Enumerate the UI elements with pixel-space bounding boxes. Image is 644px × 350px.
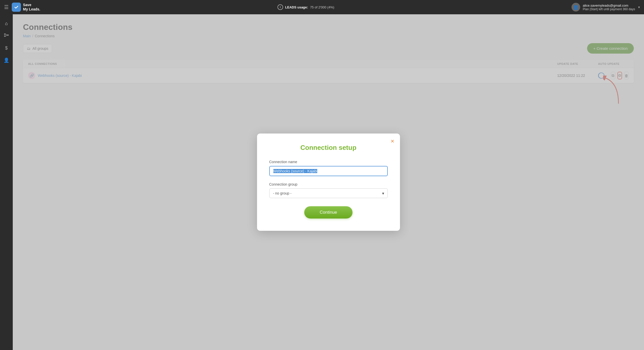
user-info[interactable]: 👤 alice.savemyleads@gmail.com Plan |Star… bbox=[572, 3, 635, 11]
navbar-right: 👤 alice.savemyleads@gmail.com Plan |Star… bbox=[572, 3, 640, 11]
svg-rect-3 bbox=[7, 34, 9, 36]
navbar-center: i LEADS usage: 75 of 2'000 (4%) bbox=[43, 4, 568, 10]
modal-title: Connection setup bbox=[269, 144, 388, 152]
svg-line-5 bbox=[6, 35, 7, 36]
modal-close-button[interactable]: × bbox=[391, 138, 394, 144]
user-email: alice.savemyleads@gmail.com bbox=[583, 4, 635, 7]
sidebar: ⌂ $ 👤 bbox=[0, 14, 13, 350]
modal-footer: Continue bbox=[269, 206, 388, 219]
connection-name-label: Connection name bbox=[269, 160, 388, 164]
sidebar-item-connections[interactable] bbox=[1, 31, 11, 41]
leads-usage[interactable]: i LEADS usage: 75 of 2'000 (4%) bbox=[277, 4, 334, 10]
sidebar-item-billing[interactable]: $ bbox=[1, 43, 11, 53]
hamburger-icon[interactable]: ☰ bbox=[4, 4, 9, 10]
connection-group-select-wrapper: - no group - bbox=[269, 188, 388, 198]
connection-group-form-group: Connection group - no group - bbox=[269, 182, 388, 198]
leads-usage-value: 75 of 2'000 (4%) bbox=[310, 5, 334, 9]
connection-name-group: Connection name bbox=[269, 160, 388, 176]
modal-overlay: × Connection setup Connection name Conne… bbox=[13, 14, 644, 350]
connection-setup-modal: × Connection setup Connection name Conne… bbox=[257, 134, 400, 231]
connection-group-select[interactable]: - no group - bbox=[269, 188, 388, 198]
logo-text: Save My Leads. bbox=[23, 3, 40, 11]
user-plan: Plan |Start| left until payment 360 days bbox=[583, 7, 635, 11]
connection-group-label: Connection group bbox=[269, 182, 388, 186]
chevron-down-icon[interactable]: ▾ bbox=[638, 5, 640, 9]
svg-rect-1 bbox=[4, 33, 6, 35]
svg-rect-2 bbox=[4, 35, 6, 37]
sidebar-item-home[interactable]: ⌂ bbox=[1, 18, 11, 29]
navbar: ☰ Save My Leads. i LEADS usage: 75 of 2'… bbox=[0, 0, 644, 14]
user-avatar: 👤 bbox=[572, 3, 580, 11]
continue-button[interactable]: Continue bbox=[304, 206, 352, 219]
logo[interactable]: Save My Leads. bbox=[12, 3, 40, 12]
leads-usage-title: LEADS usage: bbox=[285, 5, 308, 9]
svg-line-4 bbox=[6, 34, 7, 35]
sidebar-item-account[interactable]: 👤 bbox=[1, 55, 11, 65]
connection-name-input[interactable] bbox=[269, 166, 388, 176]
info-icon: i bbox=[277, 4, 283, 10]
logo-icon bbox=[12, 3, 21, 12]
